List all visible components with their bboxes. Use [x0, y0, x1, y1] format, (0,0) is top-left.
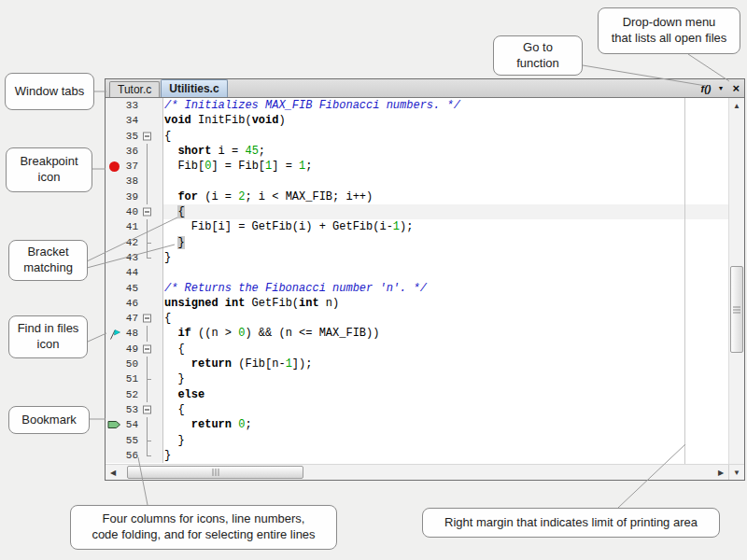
fold-column-cell[interactable] — [141, 417, 154, 432]
fold-column-cell[interactable] — [141, 448, 154, 463]
line-number[interactable]: 41 — [122, 219, 141, 234]
fold-column-cell[interactable] — [141, 357, 154, 371]
breakpoint-icon[interactable] — [109, 161, 120, 172]
line-number[interactable]: 37 — [122, 159, 141, 174]
goto-function-button[interactable]: f() — [700, 83, 711, 94]
fold-column-cell[interactable] — [141, 219, 154, 234]
icon-column-cell[interactable] — [106, 371, 122, 386]
fold-column-cell[interactable] — [141, 113, 154, 128]
scroll-down-icon[interactable]: ▼ — [728, 465, 744, 480]
line-number[interactable]: 49 — [122, 342, 141, 357]
find-in-files-icon[interactable] — [107, 328, 120, 341]
fold-column-cell[interactable] — [141, 174, 154, 189]
icon-column-cell[interactable] — [106, 174, 122, 189]
line-select-column-cell[interactable] — [154, 387, 163, 402]
icon-column-cell[interactable] — [106, 387, 122, 402]
icon-column-cell[interactable] — [106, 189, 122, 204]
scroll-up-icon[interactable]: ▲ — [729, 98, 744, 113]
icon-column-cell[interactable] — [106, 235, 122, 250]
line-number[interactable]: 56 — [122, 448, 141, 463]
icon-column-cell[interactable] — [106, 204, 122, 219]
code-fold-collapse-icon[interactable] — [143, 132, 151, 140]
line-select-column-cell[interactable] — [154, 204, 163, 219]
line-number[interactable]: 39 — [122, 189, 141, 204]
line-number[interactable]: 48 — [122, 326, 141, 341]
line-select-column-cell[interactable] — [154, 281, 163, 296]
fold-column-cell[interactable] — [141, 144, 154, 159]
icon-column-cell[interactable] — [106, 448, 122, 463]
fold-column-cell[interactable] — [141, 129, 154, 144]
icon-column-cell[interactable] — [106, 129, 122, 144]
line-select-column-cell[interactable] — [154, 235, 163, 250]
vertical-scroll-thumb[interactable] — [730, 266, 743, 353]
line-number[interactable]: 55 — [122, 433, 141, 448]
line-select-column-cell[interactable] — [154, 342, 163, 357]
line-number[interactable]: 34 — [122, 113, 141, 128]
fold-column-cell[interactable] — [141, 387, 154, 402]
line-select-column-cell[interactable] — [154, 417, 163, 432]
code-fold-collapse-icon[interactable] — [143, 344, 151, 353]
bookmark-icon[interactable] — [107, 418, 121, 431]
vertical-scrollbar[interactable]: ▲ — [728, 98, 744, 464]
line-number[interactable]: 35 — [122, 129, 141, 144]
fold-column-cell[interactable] — [141, 250, 154, 265]
line-number[interactable]: 50 — [122, 357, 141, 371]
line-number[interactable]: 45 — [122, 281, 141, 296]
tab-utilities-c[interactable]: Utilities.c — [161, 79, 227, 97]
code-fold-collapse-icon[interactable] — [143, 208, 151, 217]
line-number[interactable]: 51 — [122, 371, 141, 386]
line-number[interactable]: 54 — [122, 417, 141, 432]
icon-column-cell[interactable] — [106, 265, 122, 280]
line-number[interactable]: 42 — [122, 235, 141, 250]
fold-column-cell[interactable] — [141, 189, 154, 204]
fold-column-cell[interactable] — [141, 265, 154, 280]
line-select-column-cell[interactable] — [154, 326, 163, 341]
icon-column-cell[interactable] — [106, 342, 122, 357]
tab-tutor-c[interactable]: Tutor.c — [109, 81, 160, 97]
line-select-column-cell[interactable] — [154, 174, 163, 189]
icon-column-cell[interactable] — [106, 98, 122, 113]
line-select-column-cell[interactable] — [154, 371, 163, 386]
line-select-column-cell[interactable] — [154, 250, 163, 265]
fold-column-cell[interactable] — [141, 311, 154, 326]
scroll-right-icon[interactable]: ▶ — [713, 465, 728, 480]
icon-column-cell[interactable] — [106, 250, 122, 265]
fold-column-cell[interactable] — [141, 342, 154, 357]
icon-column-cell[interactable] — [106, 144, 122, 159]
open-files-dropdown-icon[interactable]: ▼ — [717, 85, 724, 91]
line-number[interactable]: 36 — [122, 144, 141, 159]
icon-column-cell[interactable] — [106, 402, 122, 417]
horizontal-scroll-track[interactable] — [120, 465, 713, 480]
line-number[interactable]: 44 — [122, 265, 141, 280]
line-select-column-cell[interactable] — [154, 189, 163, 204]
fold-column-cell[interactable] — [141, 159, 154, 174]
code-area[interactable]: 33/* Initializes MAX_FIB Fibonacci numbe… — [106, 98, 728, 464]
icon-column-cell[interactable] — [106, 311, 122, 326]
fold-column-cell[interactable] — [141, 204, 154, 219]
line-select-column-cell[interactable] — [154, 159, 163, 174]
fold-column-cell[interactable] — [141, 98, 154, 113]
fold-column-cell[interactable] — [141, 433, 154, 448]
line-select-column-cell[interactable] — [154, 144, 163, 159]
line-select-column-cell[interactable] — [154, 433, 163, 448]
line-select-column-cell[interactable] — [154, 129, 163, 144]
icon-column-cell[interactable] — [106, 281, 122, 296]
line-select-column-cell[interactable] — [154, 296, 163, 311]
line-number[interactable]: 43 — [122, 250, 141, 265]
code-fold-collapse-icon[interactable] — [143, 406, 151, 414]
line-number[interactable]: 40 — [122, 204, 141, 219]
scroll-left-icon[interactable]: ◀ — [106, 465, 120, 480]
icon-column-cell[interactable] — [106, 113, 122, 128]
fold-column-cell[interactable] — [141, 371, 154, 386]
fold-column-cell[interactable] — [141, 281, 154, 296]
horizontal-scrollbar[interactable]: ◀ ▶ ▼ — [106, 464, 744, 480]
code-fold-collapse-icon[interactable] — [143, 315, 151, 323]
line-select-column-cell[interactable] — [154, 219, 163, 234]
icon-column-cell[interactable] — [106, 219, 122, 234]
fold-column-cell[interactable] — [141, 296, 154, 311]
fold-column-cell[interactable] — [141, 326, 154, 341]
line-select-column-cell[interactable] — [154, 98, 163, 113]
line-select-column-cell[interactable] — [154, 311, 163, 326]
icon-column-cell[interactable] — [106, 326, 122, 341]
icon-column-cell[interactable] — [106, 159, 122, 174]
